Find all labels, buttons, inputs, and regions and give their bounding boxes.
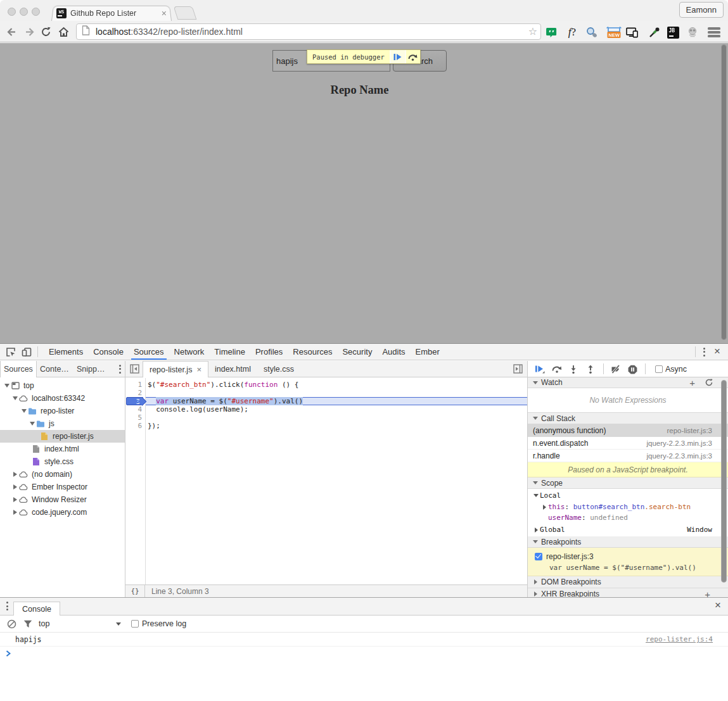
step-out-icon[interactable] (586, 365, 596, 374)
window-zoom-button[interactable] (32, 8, 40, 16)
gray-extension-icon[interactable] (686, 26, 699, 39)
code-line-5[interactable]: 5 (125, 414, 527, 422)
tree-item-top[interactable]: top (0, 379, 125, 392)
navigator-tab-snippets[interactable]: Snippets (73, 361, 110, 377)
code-line-1[interactable]: 1 $("#search_btn").click(function () { (125, 381, 527, 389)
watch-section-header[interactable]: Watch + (528, 377, 728, 388)
resume-script-icon[interactable] (535, 365, 545, 374)
eyedropper-extension-icon[interactable] (648, 26, 661, 39)
deactivate-breakpoints-icon[interactable] (611, 365, 621, 374)
breakpoints-section-header[interactable]: Breakpoints (528, 536, 728, 548)
devtools-menu-icon[interactable] (703, 348, 705, 357)
tab-console[interactable]: Console (88, 344, 129, 360)
editor-tab-close-icon[interactable]: × (196, 365, 201, 374)
tab-security[interactable]: Security (337, 344, 377, 360)
new-tab-button[interactable] (174, 6, 197, 20)
f-question-extension-icon[interactable]: f? (566, 26, 578, 39)
tree-item-ember-inspector[interactable]: Ember Inspector (0, 481, 125, 493)
tab-profiles[interactable]: Profiles (250, 344, 288, 360)
show-debugger-icon[interactable] (513, 364, 523, 374)
scope-this-property[interactable]: this: button#search_btn.search-btn (528, 502, 728, 512)
browser-tab-content[interactable]: WS Github Repo Lister × (51, 5, 172, 21)
code-view[interactable]: 1 $("#search_btn").click(function () { 2… (125, 378, 527, 584)
xhr-breakpoints-section-header[interactable]: XHR Breakpoints + (528, 588, 728, 597)
editor-tab-repo-lister-js[interactable]: repo-lister.js× (143, 361, 208, 377)
code-line-6[interactable]: 6 }); (125, 422, 527, 430)
tree-item-index-html[interactable]: index.html (0, 443, 125, 455)
devices-extension-icon[interactable] (626, 26, 639, 39)
tree-item-style-css[interactable]: style.css (0, 455, 125, 468)
step-into-icon[interactable] (569, 365, 579, 374)
execution-context-selector[interactable]: top (39, 619, 121, 628)
tree-item-window-resizer[interactable]: Window Resizer (0, 493, 125, 506)
refresh-watch-icon[interactable] (705, 379, 713, 386)
pause-on-exceptions-icon[interactable] (628, 365, 638, 374)
magnifier-extension-icon[interactable] (585, 26, 598, 39)
scope-section-header[interactable]: Scope (528, 477, 728, 489)
async-checkbox[interactable]: Async (653, 365, 687, 374)
tree-item-code-jquery-com[interactable]: code.jquery.com (0, 506, 125, 519)
code-line-4[interactable]: 4 console.log(userName); (125, 405, 527, 414)
navigator-tab-content-scripts[interactable]: Content scripts (37, 361, 73, 377)
console-prompt[interactable] (0, 647, 728, 660)
add-xhr-breakpoint-icon[interactable]: + (705, 589, 710, 598)
scope-local[interactable]: Local (528, 489, 728, 502)
inspect-element-icon[interactable] (6, 347, 16, 357)
scope-global[interactable]: Global Window (528, 523, 728, 536)
call-stack-section-header[interactable]: Call Stack (528, 413, 728, 424)
profile-button[interactable]: Eamonn (679, 2, 724, 18)
tab-network[interactable]: Network (169, 344, 210, 360)
code-line-2[interactable]: 2 (125, 389, 527, 397)
tab-sources[interactable]: Sources (129, 344, 169, 360)
reload-icon[interactable] (41, 27, 51, 37)
tree-item-js-folder[interactable]: js (0, 417, 125, 430)
call-stack-frame-0[interactable]: (anonymous function) repo-lister.js:3 (528, 424, 728, 437)
editor-tab-style-css[interactable]: style.css (257, 361, 300, 377)
call-stack-frame-1[interactable]: n.event.dispatch jquery-2.2.3.min.js:3 (528, 437, 728, 450)
jetbrains-toolbox-extension-icon[interactable]: JB (667, 26, 679, 39)
hangouts-extension-icon[interactable] (545, 26, 558, 39)
console-log-source-link[interactable]: repo-lister.js:4 (646, 635, 713, 643)
tree-item-no-domain[interactable]: (no domain) (0, 468, 125, 481)
tree-item-repo-lister-js[interactable]: repo-lister.js (0, 430, 125, 443)
drawer-menu-icon[interactable] (6, 602, 8, 610)
tab-resources[interactable]: Resources (288, 344, 337, 360)
window-close-button[interactable] (8, 8, 16, 16)
home-icon[interactable] (58, 27, 69, 37)
tree-item-repo-lister[interactable]: repo-lister (0, 405, 125, 417)
toast-resume-button[interactable] (390, 50, 405, 63)
call-stack-frame-2[interactable]: r.handle jquery-2.2.3.min.js:3 (528, 450, 728, 462)
step-over-icon[interactable] (552, 365, 562, 374)
editor-tab-index-html[interactable]: index.html (208, 361, 257, 377)
tab-close-icon[interactable]: × (162, 9, 167, 18)
tree-item-localhost[interactable]: localhost:63342 (0, 392, 125, 405)
drawer-tab-console[interactable]: Console (13, 602, 60, 616)
address-bar[interactable]: localhost:63342/repo-lister/index.html ☆ (76, 23, 541, 40)
device-toolbar-icon[interactable] (22, 347, 32, 357)
navigator-tab-sources[interactable]: Sources (0, 361, 37, 377)
tab-timeline[interactable]: Timeline (209, 344, 250, 360)
preserve-log-checkbox[interactable]: Preserve log (128, 619, 186, 628)
devtools-close-icon[interactable]: × (714, 345, 720, 358)
dom-breakpoints-section-header[interactable]: DOM Breakpoints (528, 576, 728, 588)
sidebar-scrollbar[interactable] (721, 380, 727, 583)
page-scrollbar[interactable] (721, 44, 727, 340)
breakpoint-marker[interactable]: 3 (125, 397, 146, 405)
tab-elements[interactable]: Elements (44, 344, 88, 360)
filter-icon[interactable] (23, 620, 32, 628)
clear-console-icon[interactable] (7, 619, 16, 629)
breakpoint-entry[interactable]: repo-lister.js:3 var userName = $("#user… (528, 548, 728, 576)
menu-hamburger-icon[interactable] (707, 26, 721, 39)
add-watch-icon[interactable]: + (689, 377, 695, 388)
bookmark-star-icon[interactable]: ☆ (528, 27, 537, 37)
back-icon[interactable] (6, 27, 17, 37)
hide-navigator-icon[interactable] (130, 364, 139, 374)
drawer-close-icon[interactable]: × (715, 599, 721, 612)
console-log-row[interactable]: hapijs repo-lister.js:4 (0, 633, 728, 647)
forward-icon[interactable] (24, 27, 35, 37)
tab-ember[interactable]: Ember (411, 344, 445, 360)
navigator-menu-icon[interactable] (119, 365, 121, 374)
pretty-print-button[interactable]: {} (125, 585, 145, 597)
window-minimize-button[interactable] (20, 8, 28, 16)
toast-step-over-button[interactable] (405, 50, 420, 63)
